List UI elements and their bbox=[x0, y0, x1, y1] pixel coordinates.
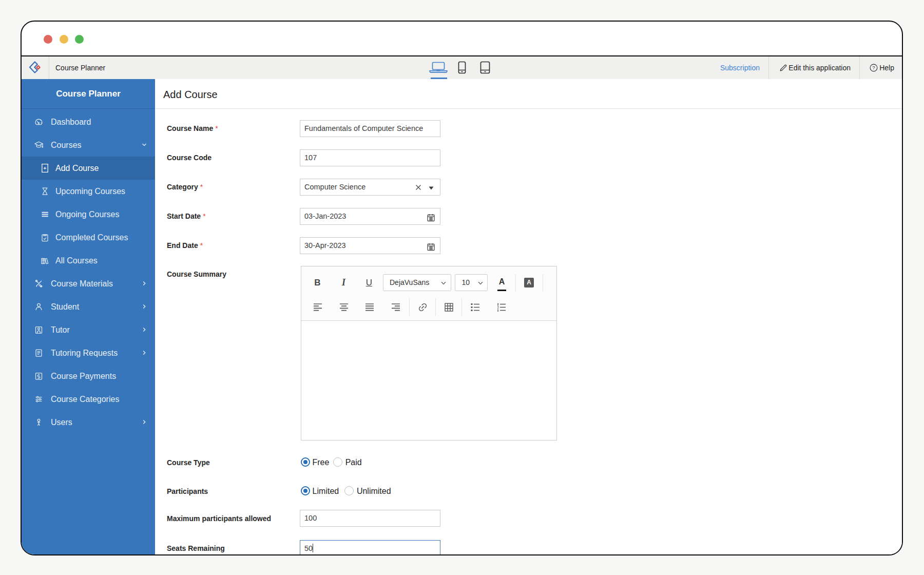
svg-text:?: ? bbox=[872, 65, 875, 70]
